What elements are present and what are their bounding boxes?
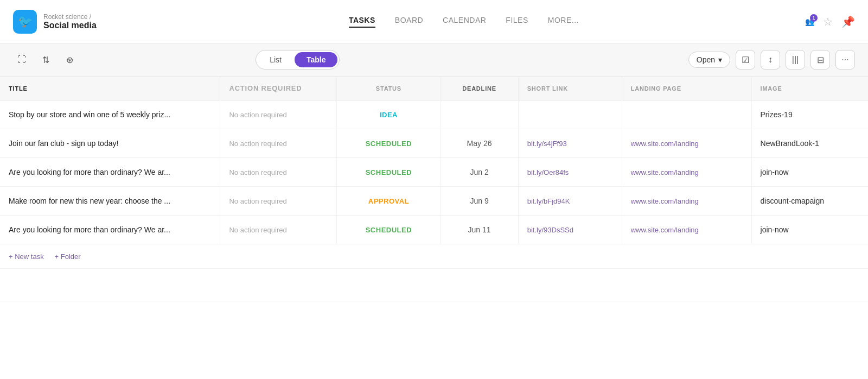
task-deadline: Jun 9 [441,187,518,216]
task-action: No action required [220,100,337,129]
landing-page-link[interactable]: www.site.com/landing [631,197,699,205]
filter-funnel-icon: ⊛ [66,55,73,65]
task-image: Prizes-19 [751,100,868,129]
short-link[interactable]: bit.ly/s4jFf93 [527,140,567,148]
nav-files[interactable]: FILES [506,16,528,28]
checkbox-btn[interactable]: ☑ [736,50,755,70]
short-link[interactable]: bit.ly/Oer84fs [527,168,569,176]
task-title: Make room for new this new year: choose … [0,187,220,216]
status-badge: APPROVAL [368,197,409,205]
task-landing [622,100,751,129]
filter-icon-btn[interactable]: ⊛ [61,51,78,68]
pin-icon[interactable]: 📌 [841,15,855,28]
col-action: ACTION REQUIRED [220,77,337,100]
sort-icon-btn[interactable]: ⇅ [37,51,54,68]
people-badge-count: 1 [810,14,818,22]
task-landing: www.site.com/landing [622,187,751,216]
landing-page-link[interactable]: www.site.com/landing [631,168,699,176]
empty-cell [0,269,868,301]
task-deadline [441,100,518,129]
logo-icon: 🐦 [13,10,37,34]
task-status: IDEA [337,100,441,129]
task-deadline: May 26 [441,129,518,158]
new-task-btn[interactable]: + New task [9,252,44,261]
list-view-btn[interactable]: List [258,52,293,67]
project-info: Rocket science / Social media [43,13,97,30]
table-row[interactable]: Make room for new this new year: choose … [0,187,868,216]
columns-icon: ||| [792,55,799,65]
task-shortlink [518,100,622,129]
filter-btn[interactable]: ⊟ [810,50,830,70]
logo-area: 🐦 Rocket science / Social media [13,10,97,34]
task-landing: www.site.com/landing [622,158,751,187]
task-title: Are you looking for more than ordinary? … [0,216,220,244]
col-deadline: DEADLINE [441,77,518,100]
add-row-cell: + New task + Folder [0,244,868,269]
table-row[interactable]: Join our fan club - sign up today! No ac… [0,129,868,158]
short-link[interactable]: bit.ly/bFjd94K [527,197,570,205]
sort-arrows-icon: ↕ [768,55,773,65]
nav-more[interactable]: MORE... [548,16,579,28]
table-row[interactable]: Stop by our store and win one of 5 weekl… [0,100,868,129]
task-image: discount-cmapaign [751,187,868,216]
task-deadline: Jun 2 [441,158,518,187]
more-dots-icon: ··· [841,55,848,65]
header: 🐦 Rocket science / Social media TASKS BO… [0,0,868,43]
table-row[interactable]: Are you looking for more than ordinary? … [0,158,868,187]
main-nav: TASKS BOARD CALENDAR FILES MORE... [123,16,805,28]
project-name: Social media [43,21,97,30]
nav-tasks[interactable]: TASKS [349,16,375,28]
expand-icon: ⛶ [17,55,26,65]
toolbar-right: Open ▾ ☑ ↕ ||| ⊟ ··· [688,50,855,70]
sort-icon: ⇅ [42,55,49,65]
table-header: TITLE ACTION REQUIRED STATUS DEADLINE SH… [0,77,868,100]
task-shortlink: bit.ly/Oer84fs [518,158,622,187]
col-image: IMAGE [751,77,868,100]
landing-page-link[interactable]: www.site.com/landing [631,226,699,234]
nav-board[interactable]: BOARD [395,16,423,28]
task-title: Join our fan club - sign up today! [0,129,220,158]
columns-btn[interactable]: ||| [786,50,805,70]
twitter-icon: 🐦 [18,15,33,29]
task-image: join-now [751,216,868,244]
table-view-btn[interactable]: Table [295,52,338,67]
add-row: + New task + Folder [0,244,868,269]
open-label: Open [697,55,715,64]
chevron-down-icon: ▾ [718,55,722,64]
open-dropdown-btn[interactable]: Open ▾ [688,52,730,68]
short-link[interactable]: bit.ly/93DsSSd [527,226,573,234]
task-action: No action required [220,158,337,187]
new-folder-btn[interactable]: + Folder [55,252,81,261]
task-image: NewBrandLook-1 [751,129,868,158]
task-landing: www.site.com/landing [622,216,751,244]
view-toggle: List Table [256,50,340,70]
task-action: No action required [220,187,337,216]
table-row[interactable]: Are you looking for more than ordinary? … [0,216,868,244]
col-title: TITLE [0,77,220,100]
task-action: No action required [220,129,337,158]
task-table-container: TITLE ACTION REQUIRED STATUS DEADLINE SH… [0,77,868,301]
status-badge: IDEA [380,111,398,119]
status-badge: SCHEDULED [366,226,412,234]
task-shortlink: bit.ly/93DsSSd [518,216,622,244]
task-shortlink: bit.ly/s4jFf93 [518,129,622,158]
nav-calendar[interactable]: CALENDAR [443,16,486,28]
task-status: SCHEDULED [337,158,441,187]
status-badge: SCHEDULED [366,168,412,176]
expand-icon-btn[interactable]: ⛶ [13,51,30,68]
more-btn[interactable]: ··· [835,50,855,70]
landing-page-link[interactable]: www.site.com/landing [631,140,699,148]
table-body: Stop by our store and win one of 5 weekl… [0,100,868,301]
task-status: SCHEDULED [337,216,441,244]
people-icon[interactable]: 👥 1 [805,17,814,26]
star-icon[interactable]: ☆ [823,15,833,28]
toolbar: ⛶ ⇅ ⊛ List Table Open ▾ ☑ ↕ ||| ⊟ ··· [0,43,868,77]
task-landing: www.site.com/landing [622,129,751,158]
task-image: join-now [751,158,868,187]
checkbox-icon: ☑ [742,55,749,65]
col-shortlink: SHORT LINK [518,77,622,100]
empty-row [0,269,868,301]
col-status: STATUS [337,77,441,100]
sort-arrows-btn[interactable]: ↕ [761,50,780,70]
task-deadline: Jun 11 [441,216,518,244]
